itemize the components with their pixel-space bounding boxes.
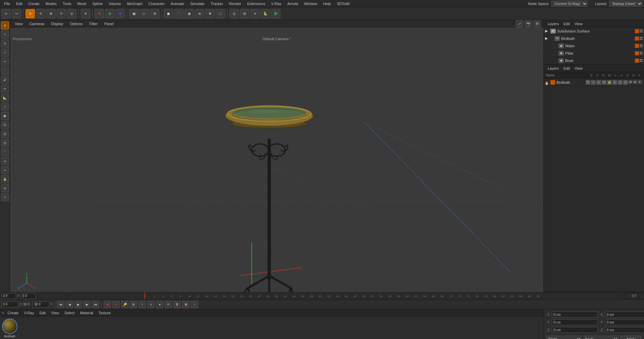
mat-menu-select[interactable]: Select <box>62 310 77 316</box>
obj-color-bowl[interactable] <box>635 59 639 63</box>
obj-row-birdbath[interactable]: ▶ 👁 Birdbath <box>544 35 644 42</box>
menu-edit[interactable]: Edit <box>13 1 25 6</box>
tool-s2[interactable]: Ⓢ <box>1 130 9 138</box>
menu-tracker[interactable]: Tracker <box>208 1 226 6</box>
motion-btn[interactable]: ● <box>156 301 163 308</box>
undo-btn[interactable]: ↩ <box>1 9 11 18</box>
menu-3dtoall[interactable]: 3DToAll <box>334 1 352 6</box>
render-settings-btn[interactable]: ⚙ <box>150 9 159 18</box>
model-x-btn[interactable]: ✕ <box>95 9 104 18</box>
menu-simulate[interactable]: Simulate <box>187 1 207 6</box>
auto-key-btn[interactable]: ● <box>112 301 120 308</box>
end-frame-input[interactable] <box>21 293 36 299</box>
menu-volume[interactable]: Volume <box>106 1 124 6</box>
timeline-btn[interactable]: ≡ <box>147 301 155 308</box>
scene-canvas[interactable]: Perspective Default Camera.* Grid Spacin… <box>10 27 543 292</box>
vp-expand-btn[interactable]: ⤢ <box>516 20 523 27</box>
sound-wave-btn[interactable]: ♪ <box>191 301 198 308</box>
display-menu[interactable]: Display <box>49 21 65 26</box>
menu-render[interactable]: Render <box>226 1 244 6</box>
go-start-btn[interactable]: ⏮ <box>57 301 64 308</box>
layer-row-birdbath[interactable]: ▶ Birdbath 👁 ✓ ● M 🔒 A G D ⏮ <box>544 79 644 86</box>
obj-row-subdivision[interactable]: ▶ ⊞ Subdivision Surface <box>544 27 644 35</box>
nurbs-btn[interactable]: ◉ <box>184 9 194 18</box>
paint-tool[interactable]: ⧈ <box>1 157 9 165</box>
size-y-input[interactable] <box>605 319 644 325</box>
prev-frame-btn[interactable]: ◀ <box>66 301 73 308</box>
next-frame-btn[interactable]: ▶ <box>83 301 91 308</box>
snap-tool[interactable]: ◎ <box>1 184 9 192</box>
layer-flag-eye[interactable]: 👁 <box>586 80 590 85</box>
scale-select[interactable]: Scale <box>584 336 619 339</box>
obj-color-water[interactable] <box>635 44 639 48</box>
transport-start-frame[interactable] <box>1 301 18 308</box>
tool-s1[interactable]: Ⓢ <box>1 121 9 129</box>
render-region-btn[interactable]: ▷ <box>140 9 149 18</box>
obj-row-pillar[interactable]: ◉ Pillar <box>544 50 644 57</box>
view-menu[interactable]: View <box>13 21 25 26</box>
transform-tool-btn[interactable]: ↻ <box>57 9 66 18</box>
cameras-menu[interactable]: Cameras <box>28 21 47 26</box>
add-btn[interactable]: ✦ <box>81 9 90 18</box>
menu-modes[interactable]: Modes <box>43 1 59 6</box>
mat-menu-view[interactable]: View <box>49 310 61 316</box>
menu-mograph[interactable]: MoGraph <box>124 1 145 6</box>
layer-flag-gen[interactable]: G <box>618 80 623 85</box>
obj-row-bowl[interactable]: ◉ Bowl <box>544 57 644 64</box>
obj-color-birdbath[interactable] <box>635 37 639 41</box>
scale-tool-btn[interactable]: ⊞ <box>46 9 56 18</box>
layer-flag-anim[interactable]: A <box>612 80 617 85</box>
menu-help[interactable]: Help <box>321 1 334 6</box>
python2-btn[interactable]: 🐉 <box>271 9 280 18</box>
world-select[interactable]: World <box>546 336 582 339</box>
spline-btn[interactable]: ⌒ <box>174 9 183 18</box>
layers-menu-edit[interactable]: Edit <box>561 66 572 71</box>
mat-menu-edit[interactable]: Edit <box>37 310 48 316</box>
transport-end-frame[interactable] <box>33 301 49 308</box>
options-menu[interactable]: Options <box>68 21 85 26</box>
rotate-tool[interactable]: ↻ <box>1 40 9 48</box>
effector-btn[interactable]: ❋ <box>205 9 215 18</box>
mat-menu-create[interactable]: Create <box>5 310 20 316</box>
menu-mesh[interactable]: Mesh <box>74 1 89 6</box>
layer-tool[interactable]: ≡ <box>1 166 9 174</box>
redo-btn[interactable]: ↪ <box>12 9 21 18</box>
menu-create[interactable]: Create <box>26 1 42 6</box>
extrude-tool[interactable]: ⎖ <box>1 67 9 75</box>
layers-menu-layers[interactable]: Layers <box>546 66 561 71</box>
layer-flag-lock[interactable]: 🔒 <box>607 80 612 85</box>
snap-btn[interactable]: ◎ <box>229 9 239 18</box>
render-view-btn[interactable]: ▣ <box>129 9 139 18</box>
obj-row-water[interactable]: ◉ Water <box>544 42 644 50</box>
go-end-btn[interactable]: ⏭ <box>92 301 99 308</box>
omgr-view-menu[interactable]: View <box>573 21 585 26</box>
layer-flag-vis[interactable]: ✓ <box>591 80 596 85</box>
caps-btn[interactable]: P <box>165 301 172 308</box>
lp-icon-1[interactable]: ⏮ <box>629 80 633 84</box>
mat-menu-material[interactable]: Material <box>78 310 95 316</box>
deformer-btn[interactable]: ⊛ <box>195 9 204 18</box>
vp-camera-btn[interactable]: 📷 <box>525 20 532 27</box>
layer-flag-deform[interactable]: D <box>623 80 628 85</box>
menu-character[interactable]: Character <box>146 1 167 6</box>
tool-s3[interactable]: Ⓢ <box>1 139 9 147</box>
menu-window[interactable]: Window <box>301 1 320 6</box>
menu-animate[interactable]: Animate <box>168 1 187 6</box>
move-tool[interactable]: ⊕ <box>1 21 9 29</box>
box-sel-tool[interactable]: ▣ <box>1 112 9 120</box>
layer-anim-btn[interactable]: ≣ <box>173 301 181 308</box>
reset-btn[interactable]: ⊘ <box>67 9 76 18</box>
pen-tool[interactable]: ✏ <box>1 85 9 93</box>
menu-tools[interactable]: Tools <box>60 1 74 6</box>
key-btn[interactable]: 🔑 <box>121 301 128 308</box>
start-frame-input[interactable] <box>1 293 16 299</box>
omgr-edit-menu[interactable]: Edit <box>561 21 572 26</box>
mat-menu-texture[interactable]: Texture <box>97 310 113 316</box>
light-btn[interactable]: ☀ <box>250 9 260 18</box>
menu-arnold[interactable]: Arnold <box>285 1 301 6</box>
size-x-input[interactable] <box>605 312 644 318</box>
apply-button[interactable]: Apply <box>621 336 641 339</box>
fcurve-btn[interactable]: ⌇ <box>139 301 146 308</box>
node-space-select[interactable]: Current (V-Ray) <box>551 1 588 7</box>
camera-btn[interactable]: 🎥 <box>216 9 225 18</box>
